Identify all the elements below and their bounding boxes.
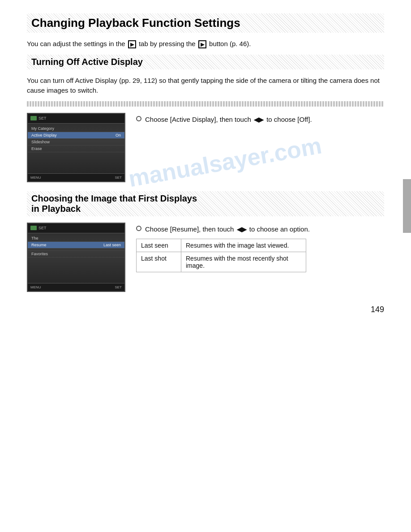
section1-header: Turning Off Active Display xyxy=(27,55,384,69)
playback-button-icon: ▶ xyxy=(198,40,206,48)
playback-tab-icon: ▶ xyxy=(128,40,136,48)
table-row-last-shot: Last shot Resumes with the most recently… xyxy=(137,252,306,272)
section2-instruction-text: Choose [Resume], then touch ◀▶ to choose… xyxy=(145,224,310,235)
screen1-top-bar: SET xyxy=(28,114,124,124)
section2-instruction-block: Choose [Resume], then touch ◀▶ to choose… xyxy=(136,223,384,273)
screen1-menu-area: My Category Active DisplayOn Slideshow E… xyxy=(28,124,124,154)
section1-instruction-block: Choose [Active Display], then touch ◀▶ t… xyxy=(136,113,384,129)
intro-paragraph: You can adjust the settings in the ▶ tab… xyxy=(27,39,384,49)
intro-text-before: You can adjust the settings in the xyxy=(27,40,125,47)
table-row-last-seen: Last seen Resumes with the image last vi… xyxy=(137,239,306,252)
section1-screen-ui: SET My Category Active DisplayOn Slidesh… xyxy=(28,114,124,181)
section1-camera-screenshot: SET My Category Active DisplayOn Slidesh… xyxy=(27,113,125,182)
screen1-menu-item-1: My Category xyxy=(28,125,124,132)
screen2-menu-item-1: The xyxy=(28,235,124,242)
section2-header: Choosing the Image that First Displays i… xyxy=(27,191,384,216)
screen1-top-label: SET xyxy=(39,116,47,120)
section1-body: You can turn off Active Display (pp. 29,… xyxy=(27,76,384,96)
right-scrollbar xyxy=(403,179,411,233)
section1-instruction-text: Choose [Active Display], then touch ◀▶ t… xyxy=(145,115,312,125)
section2-screen-ui: SET The ResumeLast seen Favori xyxy=(28,223,124,291)
section2-screen-inner: SET The ResumeLast seen Favori xyxy=(28,223,124,291)
intro-text-after: button (p. 46). xyxy=(209,40,251,47)
screen2-top-bar: SET xyxy=(28,223,124,233)
section2-content-row: SET The ResumeLast seen Favori xyxy=(27,223,384,292)
screen1-menu-item-4: Erase xyxy=(28,146,124,152)
table-cell-option-2: Last shot xyxy=(137,252,181,272)
screen1-menu-item-3: Slideshow xyxy=(28,139,124,146)
main-title-header: Changing Playback Function Settings xyxy=(27,13,384,33)
page-container: Changing Playback Function Settings You … xyxy=(0,0,411,328)
main-title: Changing Playback Function Settings xyxy=(27,13,245,33)
touch-arrows-icon-1: ◀▶ xyxy=(254,115,264,124)
screen2-menu-area: The ResumeLast seen Favorites xyxy=(28,233,124,259)
section2-title: Choosing the Image that First Displays i… xyxy=(27,191,201,216)
section2-bullet-item: Choose [Resume], then touch ◀▶ to choose… xyxy=(136,224,384,235)
section1-bullet-circle xyxy=(136,116,141,121)
screen1-indicator xyxy=(30,116,37,120)
screen2-menu-item-4: Favorites xyxy=(28,251,124,257)
table-cell-desc-1: Resumes with the image last viewed. xyxy=(181,239,306,252)
screen2-bottom-bar: MENU SET xyxy=(28,283,124,291)
section2-camera-screenshot: SET The ResumeLast seen Favori xyxy=(27,223,125,292)
section1-screen-inner: SET My Category Active DisplayOn Slidesh… xyxy=(28,114,124,181)
section2-title-line1: Choosing the Image that First Displays xyxy=(31,193,197,203)
table-cell-desc-2: Resumes with the most recently shot imag… xyxy=(181,252,306,272)
intro-text-middle: tab by pressing the xyxy=(139,40,196,47)
section1-title: Turning Off Active Display xyxy=(27,55,147,69)
page-number: 149 xyxy=(371,305,384,314)
touch-arrows-icon-2: ◀▶ xyxy=(237,225,247,234)
section1-content-row: SET My Category Active DisplayOn Slidesh… xyxy=(27,113,384,182)
section2-title-line2: in Playback xyxy=(31,204,81,214)
section1-bullet-item: Choose [Active Display], then touch ◀▶ t… xyxy=(136,115,384,125)
options-table: Last seen Resumes with the image last vi… xyxy=(136,239,306,272)
screen2-menu-item-2-selected: ResumeLast seen xyxy=(28,242,124,249)
table-cell-option-1: Last seen xyxy=(137,239,181,252)
zigzag-divider xyxy=(27,101,384,107)
screen2-top-label: SET xyxy=(39,226,47,230)
screen1-bottom-bar: MENU SET xyxy=(28,173,124,181)
screen1-menu-item-2-selected: Active DisplayOn xyxy=(28,132,124,139)
section2-bullet-circle xyxy=(136,226,141,231)
screen2-indicator xyxy=(30,226,37,230)
